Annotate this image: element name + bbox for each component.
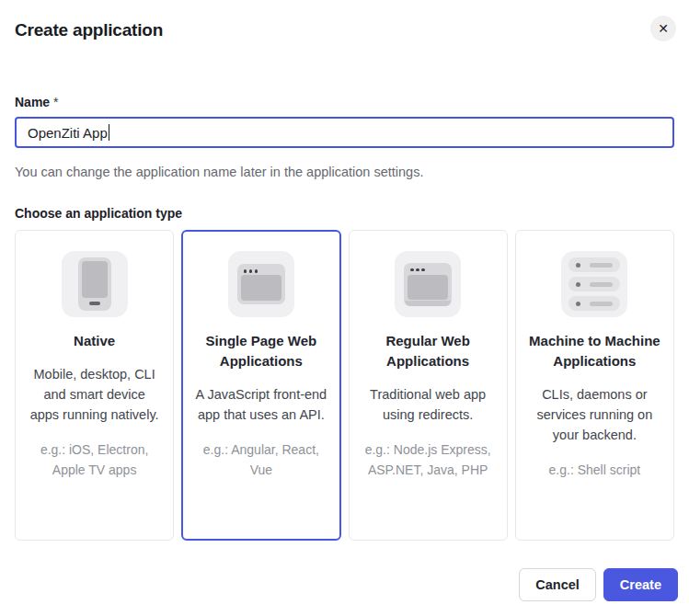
cancel-button[interactable]: Cancel (519, 568, 596, 601)
dialog-header: Create application ✕ (0, 0, 689, 42)
application-type-cards: Native Mobile, desktop, CLI and smart de… (15, 230, 674, 541)
card-native[interactable]: Native Mobile, desktop, CLI and smart de… (15, 230, 174, 541)
card-title: Native (74, 331, 115, 351)
card-example: e.g.: Angular, React, Vue (194, 439, 327, 480)
name-section: Name * OpenZiti App You can change the a… (0, 95, 689, 181)
text-caret (109, 124, 110, 141)
card-title: Machine to Machine Applications (528, 331, 661, 371)
web-app-window-icon (395, 251, 461, 317)
name-helper-text: You can change the application name late… (15, 163, 674, 181)
close-icon: ✕ (658, 22, 669, 35)
card-example: e.g.: Shell script (549, 460, 641, 480)
close-button[interactable]: ✕ (650, 16, 676, 41)
card-machine-to-machine[interactable]: Machine to Machine Applications CLIs, da… (515, 230, 674, 541)
card-description: A JavaScript front-end app that uses an … (194, 384, 327, 425)
name-input[interactable]: OpenZiti App (15, 117, 674, 148)
name-label-text: Name (15, 95, 50, 109)
mobile-device-icon (62, 251, 128, 317)
choose-type-label: Choose an application type (0, 206, 689, 222)
card-title: Single Page Web Applications (194, 331, 327, 371)
name-input-value: OpenZiti App (28, 125, 108, 141)
card-example: e.g.: iOS, Electron, Apple TV apps (28, 439, 161, 480)
card-title: Regular Web Applications (362, 331, 495, 371)
card-regular-web[interactable]: Regular Web Applications Traditional web… (349, 230, 508, 541)
dialog-footer: Cancel Create (519, 568, 678, 601)
name-label: Name * (15, 95, 674, 110)
card-example: e.g.: Node.js Express, ASP.NET, Java, PH… (362, 439, 495, 480)
server-stack-icon (561, 251, 627, 317)
dialog-title: Create application (15, 18, 674, 42)
required-marker: * (53, 95, 58, 109)
card-description: CLIs, daemons or services running on you… (528, 384, 661, 445)
card-single-page-web[interactable]: Single Page Web Applications A JavaScrip… (181, 230, 340, 541)
card-description: Mobile, desktop, CLI and smart device ap… (28, 364, 161, 425)
create-button[interactable]: Create (603, 568, 678, 601)
create-application-dialog: Create application ✕ Name * OpenZiti App… (0, 0, 689, 616)
browser-window-icon (228, 251, 294, 317)
card-description: Traditional web app using redirects. (362, 384, 495, 425)
